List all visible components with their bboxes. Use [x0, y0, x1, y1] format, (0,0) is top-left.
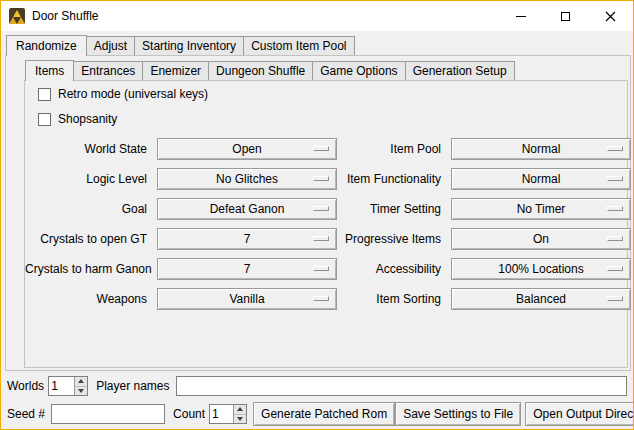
tab-game-options[interactable]: Game Options [312, 61, 405, 80]
outer-notebook: Randomize Adjust Starting Inventory Cust… [5, 33, 631, 371]
dropdown-value: Vanilla [229, 292, 264, 306]
worlds-spin-up-button[interactable] [75, 377, 87, 387]
world-state-dropdown[interactable]: Open [157, 138, 337, 160]
inner-notebook: Items Entrances Enemizer Dungeon Shuffle… [24, 58, 628, 368]
count-input[interactable] [210, 405, 233, 423]
dropdown-indicator-icon [607, 266, 623, 271]
outer-tab-bar: Randomize Adjust Starting Inventory Cust… [5, 33, 631, 55]
progressive-items-dropdown[interactable]: On [451, 228, 631, 250]
count-spin-up-button[interactable] [234, 405, 246, 415]
tab-entrances[interactable]: Entrances [73, 61, 143, 80]
up-arrow-icon [78, 379, 84, 383]
dropdown-value: Defeat Ganon [210, 202, 285, 216]
items-pane: Retro mode (universal keys) Shopsanity W… [24, 80, 628, 368]
tab-generation-setup[interactable]: Generation Setup [405, 61, 515, 80]
accessibility-label: Accessibility [339, 262, 449, 276]
item-pool-label: Item Pool [339, 142, 449, 156]
dropdown-indicator-icon [313, 236, 329, 241]
spin-arrows [233, 405, 246, 423]
goal-dropdown[interactable]: Defeat Ganon [157, 198, 337, 220]
dropdown-value: On [533, 232, 549, 246]
window-controls [498, 1, 633, 31]
item-pool-dropdown[interactable]: Normal [451, 138, 631, 160]
worlds-spin-down-button[interactable] [75, 387, 87, 396]
dropdown-indicator-icon [313, 296, 329, 301]
checkbox-shopsanity[interactable]: Shopsanity [38, 109, 627, 129]
open-output-directory-button[interactable]: Open Output Directory [525, 402, 634, 426]
progressive-items-label: Progressive Items [339, 232, 449, 246]
worlds-input[interactable] [49, 377, 74, 395]
tab-items[interactable]: Items [25, 60, 74, 81]
count-spinbox[interactable] [209, 404, 247, 424]
weapons-dropdown[interactable]: Vanilla [157, 288, 337, 310]
down-arrow-icon [237, 417, 243, 421]
checkbox-group: Retro mode (universal keys) Shopsanity [25, 81, 627, 129]
dropdown-indicator-icon [607, 296, 623, 301]
weapons-label: Weapons [25, 292, 155, 306]
dropdown-value: Normal [522, 142, 561, 156]
down-arrow-icon [78, 389, 84, 393]
accessibility-dropdown[interactable]: 100% Locations [451, 258, 631, 280]
crystals-open-gt-dropdown[interactable]: 7 [157, 228, 337, 250]
checkbox-retro-mode[interactable]: Retro mode (universal keys) [38, 84, 627, 104]
count-spin-down-button[interactable] [234, 415, 246, 424]
seed-input[interactable] [51, 404, 165, 424]
minimize-button[interactable] [498, 1, 543, 31]
spin-arrows [74, 377, 87, 395]
dropdown-indicator-icon [313, 176, 329, 181]
checkbox-box[interactable] [38, 113, 51, 126]
dropdown-indicator-icon [607, 206, 623, 211]
app-icon [9, 8, 25, 24]
dropdown-value: 100% Locations [498, 262, 583, 276]
timer-setting-dropdown[interactable]: No Timer [451, 198, 631, 220]
dropdown-indicator-icon [607, 236, 623, 241]
worlds-label: Worlds [7, 379, 44, 393]
worlds-row: Worlds Player names [7, 376, 627, 396]
door-shuffle-window: Door Shuffle Randomize Adjust Starting I… [0, 0, 634, 430]
maximize-button[interactable] [543, 1, 588, 31]
crystals-harm-ganon-dropdown[interactable]: 7 [157, 258, 337, 280]
timer-setting-label: Timer Setting [339, 202, 449, 216]
tab-randomize[interactable]: Randomize [6, 35, 87, 56]
dropdown-value: No Glitches [216, 172, 278, 186]
close-button[interactable] [588, 1, 633, 31]
dropdown-indicator-icon [313, 146, 329, 151]
titlebar[interactable]: Door Shuffle [1, 1, 633, 31]
world-state-label: World State [25, 142, 155, 156]
save-settings-button[interactable]: Save Settings to File [395, 402, 521, 426]
tab-custom-item-pool[interactable]: Custom Item Pool [243, 36, 354, 55]
dropdown-value: Balanced [516, 292, 566, 306]
item-functionality-label: Item Functionality [339, 172, 449, 186]
tab-starting-inventory[interactable]: Starting Inventory [134, 36, 244, 55]
maximize-icon [561, 12, 570, 21]
logic-level-label: Logic Level [25, 172, 155, 186]
item-sorting-dropdown[interactable]: Balanced [451, 288, 631, 310]
minimize-icon [516, 16, 526, 17]
checkbox-label: Retro mode (universal keys) [58, 87, 208, 101]
randomize-pane: Items Entrances Enemizer Dungeon Shuffle… [5, 55, 631, 371]
inner-tab-bar: Items Entrances Enemizer Dungeon Shuffle… [24, 58, 628, 80]
goal-label: Goal [25, 202, 155, 216]
logic-level-dropdown[interactable]: No Glitches [157, 168, 337, 190]
generate-row: Seed # Count Generate Patched Rom Save S… [7, 402, 627, 426]
item-functionality-dropdown[interactable]: Normal [451, 168, 631, 190]
dropdown-indicator-icon [313, 206, 329, 211]
options-grid: World State Open Item Pool Normal Logic … [25, 134, 627, 314]
checkbox-box[interactable] [38, 88, 51, 101]
tab-dungeon-shuffle[interactable]: Dungeon Shuffle [208, 61, 313, 80]
generate-patched-rom-button[interactable]: Generate Patched Rom [253, 402, 395, 426]
close-icon [605, 11, 616, 22]
dropdown-indicator-icon [313, 266, 329, 271]
dropdown-value: 7 [244, 262, 251, 276]
item-sorting-label: Item Sorting [339, 292, 449, 306]
window-title: Door Shuffle [32, 9, 99, 23]
tab-enemizer[interactable]: Enemizer [142, 61, 209, 80]
worlds-spinbox[interactable] [48, 376, 88, 396]
crystals-open-gt-label: Crystals to open GT [25, 232, 155, 246]
dropdown-value: 7 [244, 232, 251, 246]
dropdown-value: Normal [522, 172, 561, 186]
player-names-input[interactable] [176, 376, 628, 396]
tab-adjust[interactable]: Adjust [86, 36, 135, 55]
seed-label: Seed # [7, 407, 45, 421]
crystals-harm-ganon-label: Crystals to harm Ganon [25, 262, 155, 276]
